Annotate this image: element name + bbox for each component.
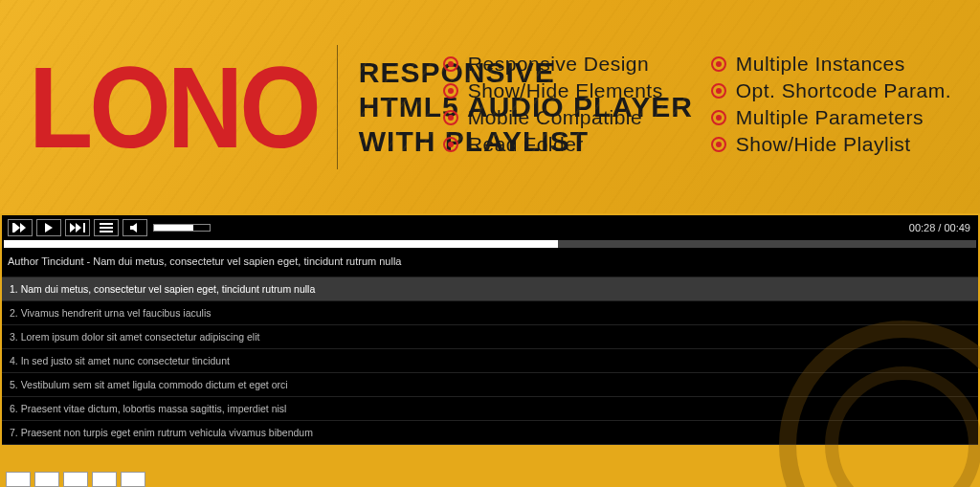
divider <box>337 45 338 169</box>
playlist: 1. Nam dui metus, consectetur vel sapien… <box>2 277 978 445</box>
bullet-icon <box>711 83 726 99</box>
bullet-icon <box>443 137 458 152</box>
bullet-icon <box>443 83 458 99</box>
feature-label: Read Folder <box>468 133 584 156</box>
svg-marker-2 <box>20 223 26 232</box>
feature-item: Multiple Parameters <box>711 106 951 129</box>
svg-marker-4 <box>70 223 76 232</box>
playlist-track[interactable]: 5. Vestibulum sem sit amet ligula commod… <box>2 373 978 397</box>
feature-label: Responsive Design <box>468 53 649 76</box>
playlist-track[interactable]: 3. Lorem ipsum dolor sit amet consectetu… <box>2 325 978 349</box>
prev-button[interactable] <box>8 219 33 236</box>
volume-fill <box>154 225 193 231</box>
bullet-icon <box>711 137 726 152</box>
volume-slider[interactable] <box>153 224 211 232</box>
bottom-area <box>0 445 980 487</box>
feature-label: Show/Hide Elements <box>468 79 663 102</box>
svg-rect-9 <box>100 231 113 232</box>
mini-controls <box>6 472 145 487</box>
mini-button[interactable] <box>92 472 117 487</box>
feature-label: Multiple Parameters <box>736 106 924 129</box>
feature-label: Multiple Instances <box>736 53 905 76</box>
feature-label: Opt. Shortcode Param. <box>736 79 951 102</box>
audio-player: 00:28 / 00:49 Author Tincidunt - Nam dui… <box>2 215 978 445</box>
logo: LONO <box>29 55 318 159</box>
feature-item: Show/Hide Elements <box>443 79 663 102</box>
svg-rect-8 <box>100 227 113 229</box>
mini-button[interactable] <box>6 472 31 487</box>
svg-marker-3 <box>45 223 53 232</box>
now-playing-label: Author Tincidunt - Nam dui metus, consec… <box>2 248 978 277</box>
feature-label: Show/Hide Playlist <box>736 133 911 156</box>
svg-marker-10 <box>130 223 137 232</box>
mini-button[interactable] <box>121 472 145 487</box>
play-button[interactable] <box>36 219 61 236</box>
svg-rect-7 <box>100 223 113 225</box>
feature-item: Read Folder <box>443 133 663 156</box>
svg-marker-5 <box>76 223 81 232</box>
feature-item: Opt. Shortcode Param. <box>711 79 951 102</box>
playlist-track[interactable]: 2. Vivamus hendrerit urna vel faucibus i… <box>2 301 978 325</box>
feature-item: Responsive Design <box>443 53 663 76</box>
progress-bar[interactable] <box>4 240 976 248</box>
bullet-icon <box>443 56 458 72</box>
features-col-1: Responsive Design Show/Hide Elements Mob… <box>443 53 663 156</box>
next-button[interactable] <box>65 219 90 236</box>
playlist-track[interactable]: 1. Nam dui metus, consectetur vel sapien… <box>2 277 978 301</box>
features-col-2: Multiple Instances Opt. Shortcode Param.… <box>711 53 951 156</box>
playlist-track[interactable]: 6. Praesent vitae dictum, lobortis massa… <box>2 397 978 421</box>
svg-rect-6 <box>83 223 85 232</box>
bullet-icon <box>443 110 458 125</box>
feature-item: Multiple Instances <box>711 53 951 76</box>
playlist-track[interactable]: 7. Praesent non turpis eget enim rutrum … <box>2 421 978 445</box>
feature-item: Mobile Compatible <box>443 106 663 129</box>
player-controls: 00:28 / 00:49 <box>2 215 978 240</box>
features: Responsive Design Show/Hide Elements Mob… <box>443 53 951 156</box>
playlist-toggle-button[interactable] <box>94 219 119 236</box>
progress-fill <box>4 240 558 248</box>
svg-rect-0 <box>12 223 14 232</box>
bullet-icon <box>711 56 726 72</box>
banner: LONO RESPONSIVE HTML5 AUDIO PLAYER WITH … <box>0 0 980 213</box>
playlist-track[interactable]: 4. In sed justo sit amet nunc consectetu… <box>2 349 978 373</box>
time-display: 00:28 / 00:49 <box>909 222 970 233</box>
volume-button[interactable] <box>122 219 147 236</box>
mini-button[interactable] <box>34 472 59 487</box>
feature-label: Mobile Compatible <box>468 106 642 129</box>
svg-marker-1 <box>14 223 20 232</box>
mini-button[interactable] <box>63 472 88 487</box>
feature-item: Show/Hide Playlist <box>711 133 951 156</box>
bullet-icon <box>711 110 726 125</box>
